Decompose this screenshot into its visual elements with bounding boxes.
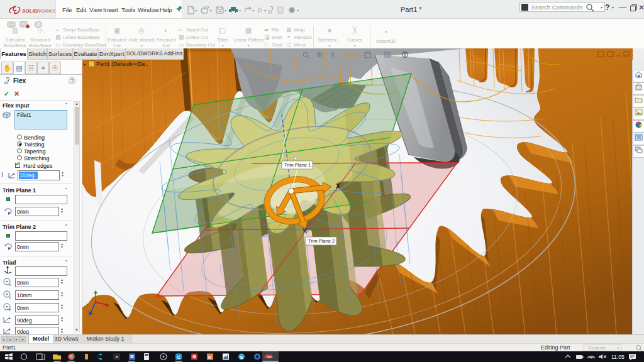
svg-text:z: z xyxy=(9,308,11,312)
svg-text:▸: ▸ xyxy=(84,62,86,67)
svg-text:◂: ◂ xyxy=(9,337,11,341)
svg-text:◂: ◂ xyxy=(3,337,4,341)
svg-text:Trim Plane 2: Trim Plane 2 xyxy=(308,238,335,244)
svg-text:S: S xyxy=(240,355,243,359)
svg-text:▾: ▾ xyxy=(225,9,226,13)
svg-text:▾: ▾ xyxy=(195,9,197,13)
svg-text:C: C xyxy=(177,355,180,359)
svg-text:▾: ▾ xyxy=(264,9,266,13)
svg-text:★: ★ xyxy=(115,355,118,359)
svg-text:WORKS: WORKS xyxy=(36,8,56,14)
svg-text:y: y xyxy=(9,295,11,299)
svg-text:▸: ▸ xyxy=(22,337,24,341)
svg-text:X: X xyxy=(336,183,340,190)
svg-text:▾: ▾ xyxy=(252,9,254,13)
svg-text:▾: ▾ xyxy=(210,9,212,13)
svg-text:Trim Plane 1: Trim Plane 1 xyxy=(284,162,311,168)
svg-text:▸: ▸ xyxy=(16,337,18,341)
svg-text:N: N xyxy=(208,355,211,359)
svg-text:▾: ▾ xyxy=(239,9,241,13)
svg-text:11:05: 11:05 xyxy=(611,354,625,360)
svg-text:SW: SW xyxy=(267,355,272,359)
svg-text:▾: ▾ xyxy=(297,9,299,13)
svg-text:SOLID: SOLID xyxy=(22,8,38,14)
svg-text:x: x xyxy=(9,283,11,287)
svg-text:Part1 (Default<<De..: Part1 (Default<<De.. xyxy=(96,61,148,67)
